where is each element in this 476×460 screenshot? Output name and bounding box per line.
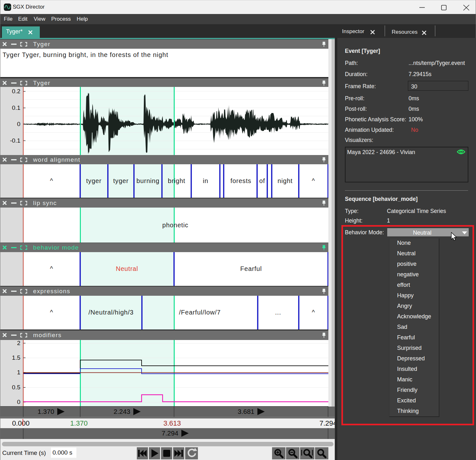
svg-text:/Fearful/low/7: /Fearful/low/7 — [179, 309, 220, 316]
svg-text:tyger: tyger — [86, 177, 102, 184]
svg-text:Fearful: Fearful — [240, 265, 262, 272]
svg-text:bright: bright — [168, 177, 186, 184]
svg-text:^: ^ — [50, 177, 53, 184]
svg-text:phonetic: phonetic — [162, 222, 188, 229]
svg-text:burning: burning — [136, 177, 159, 184]
svg-text:...: ... — [275, 309, 281, 316]
svg-text:^: ^ — [312, 309, 315, 316]
svg-text:tyger: tyger — [113, 177, 129, 184]
svg-text:^: ^ — [312, 177, 315, 184]
svg-text:0.2: 0.2 — [12, 88, 20, 95]
svg-text:0.5: 0.5 — [12, 384, 20, 391]
svg-text:/Neutral/high/3: /Neutral/high/3 — [88, 309, 134, 316]
svg-text:0: 0 — [17, 399, 20, 405]
svg-text:0: 0 — [17, 121, 20, 127]
svg-text:forests: forests — [230, 177, 251, 184]
svg-text:^: ^ — [50, 265, 53, 272]
svg-text:1.5: 1.5 — [12, 354, 20, 361]
svg-text:of: of — [259, 177, 265, 184]
svg-text:in: in — [203, 177, 208, 184]
svg-text:1: 1 — [17, 369, 20, 376]
svg-text:-0.1: -0.1 — [10, 137, 20, 144]
svg-text:0.1: 0.1 — [12, 104, 20, 111]
svg-text:night: night — [277, 177, 292, 184]
svg-text:2: 2 — [17, 340, 20, 346]
svg-text:^: ^ — [50, 309, 53, 316]
svg-text:Neutral: Neutral — [116, 265, 138, 272]
